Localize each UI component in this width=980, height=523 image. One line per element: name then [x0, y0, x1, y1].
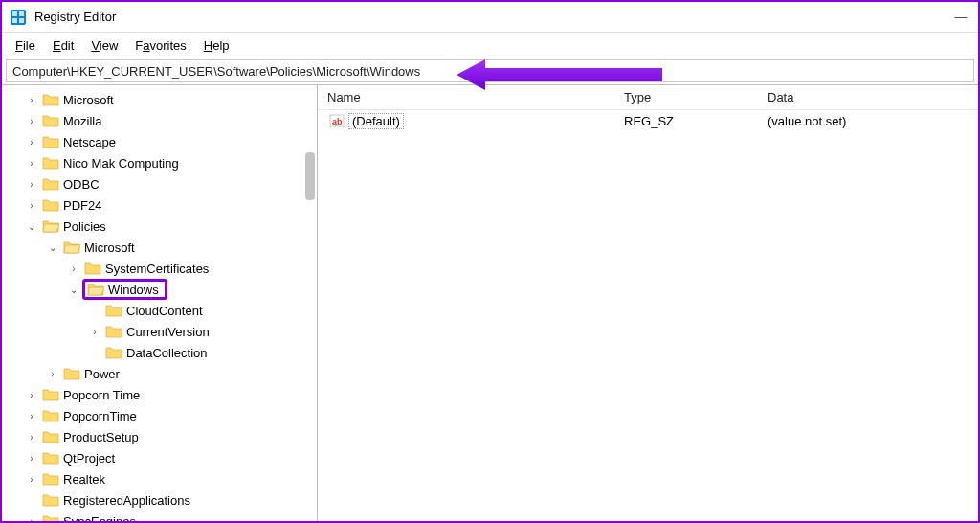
tree-item-label: SyncEngines: [61, 514, 138, 522]
list-pane[interactable]: Name Type Data ab(Default)REG_SZ(value n…: [318, 85, 978, 521]
window-title: Registry Editor: [34, 10, 116, 24]
column-type[interactable]: Type: [624, 90, 768, 104]
tree-item[interactable]: ›PopcornTime: [8, 405, 317, 426]
svg-rect-2: [19, 11, 24, 16]
svg-rect-1: [12, 11, 17, 16]
folder-icon: [42, 450, 59, 466]
chevron-right-icon[interactable]: ›: [88, 325, 101, 338]
folder-icon: [42, 492, 59, 508]
value-name: (Default): [348, 113, 404, 129]
folder-icon: [42, 513, 59, 521]
folder-icon: [42, 92, 59, 107]
tree-item-label: CloudContent: [124, 304, 205, 318]
folder-icon: [42, 134, 59, 149]
menu-view[interactable]: View: [83, 36, 125, 55]
chevron-down-icon[interactable]: ⌄: [46, 240, 59, 254]
tree-item[interactable]: ›CurrentVersion: [8, 321, 317, 342]
chevron-right-icon[interactable]: ›: [25, 198, 38, 212]
tree-item-label: Microsoft: [82, 240, 137, 255]
tree-item[interactable]: RegisteredApplications: [8, 489, 317, 511]
chevron-right-icon[interactable]: ›: [25, 114, 38, 127]
folder-icon: [105, 345, 122, 360]
folder-icon: [42, 408, 59, 423]
tree-item[interactable]: ›Nico Mak Computing: [8, 152, 317, 173]
tree-item-label: QtProject: [61, 451, 117, 466]
list-header: Name Type Data: [318, 85, 978, 110]
folder-icon: [63, 239, 80, 255]
tree-pane[interactable]: ›Microsoft›Mozilla›Netscape›Nico Mak Com…: [2, 85, 318, 521]
tree-item-label: SystemCertificates: [103, 262, 211, 276]
tree-item[interactable]: ›SyncEngines: [8, 511, 317, 521]
folder-icon: [42, 429, 59, 444]
chevron-right-icon[interactable]: ›: [25, 451, 38, 465]
chevron-right-icon[interactable]: ›: [25, 388, 38, 401]
chevron-right-icon[interactable]: ›: [25, 430, 38, 443]
folder-icon: [42, 197, 59, 213]
tree-item[interactable]: ›Popcorn Time: [8, 384, 317, 405]
folder-icon: [105, 324, 122, 339]
tree-item[interactable]: ⌄Windows: [8, 279, 317, 300]
folder-icon: [42, 176, 59, 192]
tree-item-label: CurrentVersion: [124, 325, 212, 339]
tree-item[interactable]: ›QtProject: [8, 447, 317, 468]
column-name[interactable]: Name: [318, 90, 624, 104]
chevron-right-icon[interactable]: ›: [25, 472, 38, 486]
tree-item-label: Windows: [106, 283, 161, 297]
tree-item-label: ODBC: [61, 177, 101, 192]
tree-item[interactable]: ›ODBC: [8, 173, 317, 194]
tree-item-label: Netscape: [61, 135, 118, 149]
value-row[interactable]: ab(Default)REG_SZ(value not set): [318, 110, 978, 131]
tree-item[interactable]: ⌄Microsoft: [8, 237, 317, 258]
tree-item[interactable]: ⌄Policies: [8, 216, 317, 237]
tree-item[interactable]: ›Netscape: [8, 131, 317, 152]
svg-rect-3: [12, 18, 17, 23]
tree-item-label: DataCollection: [124, 346, 210, 360]
menu-favorites[interactable]: Favorites: [127, 36, 193, 55]
folder-icon: [42, 113, 59, 128]
tree-item[interactable]: ›Microsoft: [8, 89, 317, 110]
titlebar: Registry Editor —: [2, 2, 978, 33]
address-bar[interactable]: Computer\HKEY_CURRENT_USER\Software\Poli…: [6, 59, 974, 82]
folder-icon: [63, 366, 80, 381]
folder-icon: [87, 282, 104, 297]
chevron-right-icon[interactable]: ›: [25, 156, 38, 170]
window-controls: —: [951, 10, 970, 24]
tree-item[interactable]: CloudContent: [8, 300, 317, 321]
tree-item[interactable]: ›Mozilla: [8, 110, 317, 131]
chevron-right-icon[interactable]: ›: [67, 262, 80, 275]
tree-item-label: RegisteredApplications: [61, 493, 192, 508]
folder-icon: [42, 218, 59, 234]
tree-item-label: Popcorn Time: [61, 388, 142, 402]
tree-item[interactable]: ›PDF24: [8, 194, 317, 216]
app-icon: [10, 9, 27, 26]
chevron-right-icon[interactable]: ›: [25, 409, 38, 422]
tree-item[interactable]: ›SystemCertificates: [8, 258, 317, 279]
value-data: (value not set): [768, 114, 978, 128]
tree-item[interactable]: ›Power: [8, 363, 317, 384]
chevron-right-icon[interactable]: ›: [46, 367, 59, 380]
string-value-icon: ab: [329, 113, 345, 128]
folder-icon: [105, 303, 122, 318]
folder-icon: [42, 387, 59, 402]
tree-item-label: Nico Mak Computing: [61, 156, 181, 171]
chevron-right-icon[interactable]: ›: [25, 177, 38, 191]
chevron-right-icon[interactable]: ›: [25, 514, 38, 521]
chevron-right-icon[interactable]: ›: [25, 135, 38, 148]
content-area: ›Microsoft›Mozilla›Netscape›Nico Mak Com…: [2, 84, 978, 521]
chevron-right-icon[interactable]: ›: [25, 93, 38, 106]
menu-file[interactable]: File: [8, 36, 43, 55]
chevron-down-icon[interactable]: ⌄: [67, 283, 80, 296]
chevron-down-icon[interactable]: ⌄: [25, 219, 38, 233]
tree-item-label: Policies: [61, 219, 108, 234]
tree-scrollbar[interactable]: [305, 152, 315, 200]
menubar: File Edit View Favorites Help: [2, 33, 978, 57]
tree-item[interactable]: ›Realtek: [8, 468, 317, 489]
tree-item-label: Microsoft: [61, 93, 116, 107]
minimize-button[interactable]: —: [951, 10, 970, 24]
column-data[interactable]: Data: [768, 90, 978, 104]
svg-rect-4: [19, 18, 24, 23]
menu-help[interactable]: Help: [196, 36, 237, 55]
tree-item[interactable]: DataCollection: [8, 342, 317, 363]
menu-edit[interactable]: Edit: [45, 36, 81, 55]
tree-item[interactable]: ›ProductSetup: [8, 426, 317, 447]
